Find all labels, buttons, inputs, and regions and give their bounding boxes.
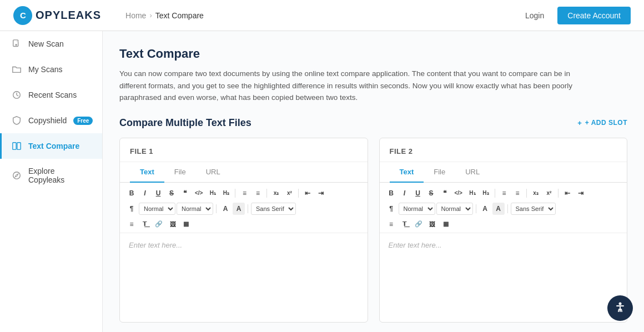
file1-ul-btn[interactable]: ≡: [251, 187, 264, 199]
sidebar-item-my-scans[interactable]: My Scans: [0, 57, 102, 82]
file2-tab-text[interactable]: Text: [390, 162, 424, 183]
create-account-button[interactable]: Create Account: [557, 7, 631, 24]
file1-clear-format-btn[interactable]: T͟: [139, 218, 151, 230]
file2-text-area[interactable]: Enter text here...: [380, 233, 627, 322]
file2-indent-right-btn[interactable]: ⇥: [575, 187, 587, 199]
file2-image-btn[interactable]: 🖼: [426, 218, 439, 230]
svg-rect-5: [17, 143, 21, 150]
sidebar-item-recent-scans[interactable]: Recent Scans: [0, 82, 102, 108]
file1-ol-btn[interactable]: ≡: [238, 187, 250, 199]
file2-table-btn[interactable]: ▦: [440, 218, 452, 230]
file2-h2-btn[interactable]: H₂: [480, 187, 492, 199]
login-button[interactable]: Login: [519, 8, 551, 23]
file2-size-select[interactable]: Normal: [436, 203, 473, 215]
file2-font-select[interactable]: Sans Serif: [511, 203, 556, 215]
file1-sep2: [266, 189, 267, 198]
sidebar-item-copyshield[interactable]: Copyshield Free: [0, 108, 102, 133]
section-title: Compare Multiple Text Files: [119, 117, 251, 129]
file1-bg-color-btn[interactable]: A: [233, 203, 245, 215]
file2-align-btn[interactable]: ≡: [385, 218, 398, 230]
page-title: Text Compare: [119, 47, 627, 61]
file1-para-btn[interactable]: ¶: [125, 203, 138, 215]
add-slot-icon: +: [577, 119, 582, 127]
sidebar-label-text-compare: Text Compare: [28, 142, 79, 150]
file1-sep1: [235, 189, 235, 198]
file1-size-select[interactable]: Normal: [177, 203, 213, 215]
file2-style-select[interactable]: Normal: [399, 203, 435, 215]
sidebar-item-text-compare[interactable]: Text Compare: [0, 133, 102, 159]
file2-strikethrough-btn[interactable]: S: [425, 187, 437, 199]
file1-placeholder: Enter text here...: [129, 241, 182, 249]
file2-sub-btn[interactable]: x₂: [530, 187, 542, 199]
file2-bg-color-btn[interactable]: A: [492, 203, 505, 215]
file1-align-btn[interactable]: ≡: [125, 218, 138, 230]
document-plus-icon: [12, 39, 22, 49]
file2-sep3: [558, 189, 559, 198]
file1-link-btn[interactable]: 🔗: [152, 218, 165, 230]
file2-ul-btn[interactable]: ≡: [511, 187, 524, 199]
accessibility-button[interactable]: [607, 295, 633, 321]
file2-italic-btn[interactable]: I: [399, 187, 411, 199]
main-content: Text Compare You can now compare two tex…: [103, 31, 644, 332]
file1-italic-btn[interactable]: I: [139, 187, 151, 199]
svg-rect-4: [13, 143, 16, 150]
file1-tab-url[interactable]: URL: [196, 162, 230, 183]
svg-point-6: [13, 172, 21, 179]
file1-text-area[interactable]: Enter text here...: [120, 233, 368, 322]
file2-font-color-btn[interactable]: A: [479, 203, 491, 215]
file1-bold-btn[interactable]: B: [125, 187, 138, 199]
file2-placeholder: Enter text here...: [389, 241, 442, 249]
clock-icon: [12, 90, 22, 100]
file2-quote-btn[interactable]: ❝: [439, 187, 451, 199]
file1-tab-text[interactable]: Text: [130, 162, 164, 183]
file1-tab-file[interactable]: File: [164, 162, 196, 183]
file2-code-btn[interactable]: </>: [452, 187, 465, 199]
file1-code-btn[interactable]: </>: [192, 187, 205, 199]
file1-sub-btn[interactable]: x₂: [270, 187, 282, 199]
file2-tab-url[interactable]: URL: [455, 162, 490, 183]
add-slot-button[interactable]: + + ADD SLOT: [577, 119, 627, 127]
file1-font-color-btn[interactable]: A: [219, 203, 232, 215]
file2-sup-btn[interactable]: x²: [543, 187, 555, 199]
sidebar-label-explore: Explore Copyleaks: [28, 167, 92, 184]
file1-image-btn[interactable]: 🖼: [167, 218, 179, 230]
file1-table-btn[interactable]: ▦: [180, 218, 192, 230]
file1-indent-left-btn[interactable]: ⇤: [301, 187, 314, 199]
file2-tab-file[interactable]: File: [424, 162, 455, 183]
file2-ol-btn[interactable]: ≡: [498, 187, 510, 199]
file2-label: FILE 2: [390, 147, 413, 155]
file1-underline-btn[interactable]: U: [152, 187, 164, 199]
logo-icon: C: [13, 6, 32, 25]
file1-h2-btn[interactable]: H₂: [220, 187, 232, 199]
file2-clear-format-btn[interactable]: T͟: [399, 218, 411, 230]
file2-indent-left-btn[interactable]: ⇤: [561, 187, 573, 199]
sidebar-item-explore[interactable]: Explore Copyleaks: [0, 159, 102, 192]
section-header: Compare Multiple Text Files + + ADD SLOT: [119, 117, 627, 129]
breadcrumb-home[interactable]: Home: [125, 11, 146, 20]
file2-tabs: Text File URL: [380, 162, 627, 183]
file2-bold-btn[interactable]: B: [385, 187, 398, 199]
file1-strikethrough-btn[interactable]: S: [165, 187, 178, 199]
file1-tabs: Text File URL: [120, 162, 368, 183]
file1-h1-btn[interactable]: H₁: [207, 187, 219, 199]
file2-link-btn[interactable]: 🔗: [412, 218, 425, 230]
file1-style-select[interactable]: Normal: [139, 203, 175, 215]
file1-label: FILE 1: [130, 147, 153, 155]
file1-font-select[interactable]: Sans Serif: [251, 203, 296, 215]
file2-underline-btn[interactable]: U: [412, 187, 424, 199]
file1-quote-btn[interactable]: ❝: [179, 187, 191, 199]
sidebar-label-copyshield: Copyshield: [28, 116, 67, 125]
breadcrumb-separator: ›: [149, 11, 152, 19]
compare-grid: FILE 1 Text File URL B I U S ❝ </> H₁: [119, 138, 627, 323]
breadcrumb-current: Text Compare: [155, 11, 204, 20]
sidebar-label-my-scans: My Scans: [28, 65, 62, 74]
file2-h1-btn[interactable]: H₁: [466, 187, 479, 199]
add-slot-label: + ADD SLOT: [585, 119, 627, 127]
file1-indent-right-btn[interactable]: ⇥: [315, 187, 327, 199]
sidebar-label-recent-scans: Recent Scans: [28, 90, 77, 99]
file1-sup-btn[interactable]: x²: [283, 187, 295, 199]
sidebar-item-new-scan[interactable]: New Scan: [0, 31, 102, 57]
page-description: You can now compare two text documents b…: [119, 68, 597, 104]
logo-text: OPYLEAKS: [36, 9, 101, 22]
file2-para-btn[interactable]: ¶: [385, 203, 398, 215]
